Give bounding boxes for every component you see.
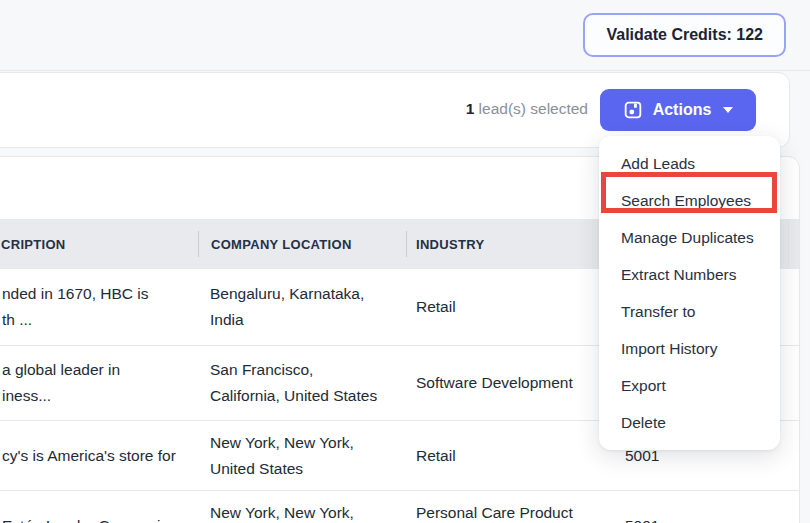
cell-description: nded in 1670, HBC is th ...	[2, 269, 197, 345]
cell-company-location: Bengaluru, Karnataka, India	[210, 269, 400, 345]
cell-industry: Retail	[416, 269, 601, 345]
menu-item-add-leads[interactable]: Add Leads	[599, 145, 780, 182]
table-row[interactable]: Estée Lauder Companies New York, New Yor…	[0, 491, 800, 523]
caret-down-icon	[723, 107, 733, 113]
cell-description: cy's is America's store for	[2, 421, 197, 490]
save-icon	[623, 100, 643, 120]
menu-item-extract-numbers[interactable]: Extract Numbers	[599, 256, 780, 293]
menu-item-import-history[interactable]: Import History	[599, 330, 780, 367]
top-bar: Validate Credits: 122	[0, 0, 810, 71]
column-header-description: CRIPTION	[1, 237, 66, 252]
selected-label: lead(s) selected	[474, 100, 588, 117]
actions-button-label: Actions	[653, 101, 712, 119]
menu-item-manage-duplicates[interactable]: Manage Duplicates	[599, 219, 780, 256]
selected-leads-text: 1 lead(s) selected	[466, 100, 588, 118]
cell-company-location: San Francisco, California, United States	[210, 346, 400, 420]
column-divider	[406, 231, 407, 257]
column-divider	[198, 231, 199, 257]
cell-industry: Retail	[416, 421, 601, 490]
validate-credits-button[interactable]: Validate Credits: 122	[583, 13, 786, 57]
cell-industry: Software Development	[416, 346, 601, 420]
cell-description: a global leader in iness...	[2, 346, 197, 420]
cell-description: Estée Lauder Companies	[2, 491, 197, 523]
menu-item-search-employees[interactable]: Search Employees	[599, 182, 780, 219]
actions-dropdown-menu: Add Leads Search Employees Manage Duplic…	[599, 136, 780, 450]
screen: Validate Credits: 122 1 lead(s) selected…	[0, 0, 810, 523]
cell-industry: Personal Care Product Manufacturing	[416, 491, 601, 523]
menu-item-delete[interactable]: Delete	[599, 404, 780, 441]
column-header-industry: INDUSTRY	[416, 237, 484, 252]
menu-item-transfer-to[interactable]: Transfer to	[599, 293, 780, 330]
cell-company-location: New York, New York, United States	[210, 491, 400, 523]
actions-button[interactable]: Actions	[600, 89, 756, 131]
cell-company-location: New York, New York, United States	[210, 421, 400, 490]
column-header-company-location: COMPANY LOCATION	[211, 237, 352, 252]
cell-employees: 5001	[625, 491, 705, 523]
selected-count: 1	[466, 100, 475, 117]
menu-item-export[interactable]: Export	[599, 367, 780, 404]
